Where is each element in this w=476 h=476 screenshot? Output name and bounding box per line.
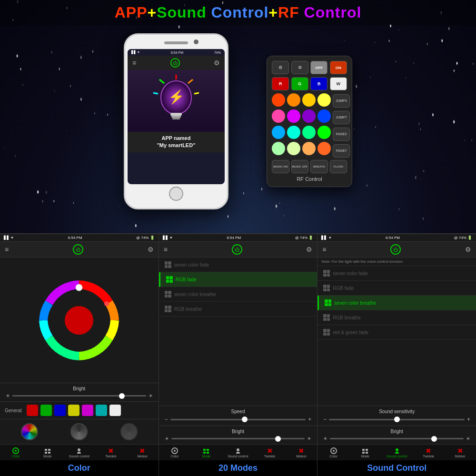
sound-sensitivity-row: Sound sensitivity − +	[317, 406, 476, 426]
sound-brightness-track[interactable]	[330, 438, 464, 439]
phone-home-button[interactable]	[169, 187, 183, 201]
remote-music-off[interactable]: MUSIC OFF	[291, 160, 309, 173]
remote-off[interactable]: OFF	[310, 61, 327, 74]
color-power-btn[interactable]: ⏻	[73, 244, 83, 255]
sound-mode-seven-breathe[interactable]: seven color breathe	[317, 296, 476, 310]
color-gear-icon[interactable]: ⚙	[148, 246, 154, 253]
color-menu-icon[interactable]: ≡	[5, 246, 9, 253]
color-dot-pink[interactable]	[272, 109, 285, 123]
title-space	[207, 4, 211, 21]
remote-settings2[interactable]: ⚙	[291, 61, 308, 74]
nav-mode-twinkle[interactable]: ✖ Twinkle	[254, 445, 286, 460]
nav-color-twinkle[interactable]: ✖ Twinkle	[95, 445, 127, 460]
remote-fade7[interactable]: FADE7	[333, 144, 350, 158]
mode-item-rgb-breathe[interactable]: RGB breathe	[159, 302, 317, 317]
nav-mode-sound[interactable]: Sound control	[222, 445, 254, 460]
remote-flash[interactable]: FLASH	[330, 160, 347, 173]
remote-on[interactable]: ON	[330, 61, 347, 74]
sound-gear-icon[interactable]: ⚙	[465, 246, 471, 253]
mode-menu-icon[interactable]: ≡	[164, 246, 168, 253]
color-wheel-svg[interactable]	[39, 280, 119, 361]
color-dot-cyan[interactable]	[287, 126, 300, 139]
color-dot-peach[interactable]	[302, 142, 316, 155]
remote-breath[interactable]: BREATH	[310, 160, 328, 173]
phone-app-bar: ≡ ⏻ ⚙	[128, 56, 225, 70]
sound-twinkle-x: ✖	[426, 447, 431, 455]
nav-color-meteor[interactable]: ✖ Meteor	[127, 445, 159, 460]
mode-brightness-thumb[interactable]	[275, 436, 281, 442]
nav-color-mode[interactable]: Mode	[32, 445, 64, 460]
sound-mode-rgb-breathe[interactable]: RGB breathe	[317, 310, 476, 325]
nav-sound-meteor[interactable]: ✖ Meteor	[444, 445, 476, 460]
color-dot-orange-red[interactable]	[272, 93, 285, 107]
nav-sound-twinkle[interactable]: ✖ Twinkle	[413, 445, 445, 460]
remote-white[interactable]: W	[330, 77, 347, 90]
swatch-cyan[interactable]	[96, 405, 107, 416]
color-dot-violet[interactable]	[287, 109, 300, 123]
remote-settings1[interactable]: ⚙	[272, 61, 289, 74]
color-nav-icon	[12, 447, 20, 455]
mode-speed-thumb[interactable]	[242, 416, 248, 422]
swatch-red[interactable]	[27, 405, 38, 416]
color-brightness-thumb[interactable]	[119, 393, 125, 399]
sound-sensitivity-track[interactable]	[329, 419, 465, 420]
nav-color-color[interactable]: Color	[0, 445, 32, 460]
sound-menu-icon[interactable]: ≡	[322, 246, 326, 253]
remote-red[interactable]: R	[272, 77, 289, 90]
nav-mode-mode[interactable]: Mode	[190, 445, 222, 460]
remote-music-on[interactable]: MUSIC ON	[272, 160, 289, 173]
swatch-yellow[interactable]	[68, 405, 79, 416]
nav-color-sound[interactable]: Sound control	[63, 445, 95, 460]
mode-item-seven-fade[interactable]: seven color fade	[159, 258, 317, 272]
sound-power-btn[interactable]: ⏻	[390, 244, 401, 255]
color-dot-purple[interactable]	[302, 109, 316, 123]
swatch-blue[interactable]	[54, 405, 66, 416]
nav-sound-mode[interactable]: Mode	[349, 445, 381, 460]
swatch-white[interactable]	[109, 405, 121, 416]
remote-jump7[interactable]: JUMP7	[333, 111, 350, 124]
color-dot-yellow[interactable]	[317, 93, 331, 107]
color-dot-light-green[interactable]	[272, 142, 285, 155]
sound-mode-red-green-fade[interactable]: red & green fade	[317, 325, 476, 340]
color-dot-green[interactable]	[317, 126, 331, 139]
phone-power-button[interactable]: ⏻	[170, 58, 180, 68]
mode-brightness-high: ☀	[307, 436, 311, 441]
color-dot-coral[interactable]	[317, 142, 331, 155]
nav-sound-sound[interactable]: Sound control	[381, 445, 413, 460]
sensitivity-minus-icon[interactable]: −	[323, 416, 327, 423]
mode-speed-track[interactable]	[170, 419, 306, 420]
sound-sensitivity-thumb[interactable]	[394, 416, 400, 422]
mode-power-btn[interactable]: ⏻	[232, 244, 242, 255]
nav-mode-meteor[interactable]: ✖ Meteor	[286, 445, 317, 460]
color-dot-orange[interactable]	[287, 93, 300, 107]
speed-plus-icon[interactable]: +	[308, 416, 311, 423]
color-brightness-track[interactable]	[12, 395, 146, 397]
color-dot-mint[interactable]	[302, 126, 316, 139]
remote-green[interactable]: G	[291, 77, 308, 90]
nav-sound-color[interactable]: Color	[317, 445, 349, 460]
color-dot-blue[interactable]	[317, 109, 331, 123]
sound-mode-rgb-fade[interactable]: RGB fade	[317, 281, 476, 296]
remote-jump3[interactable]: JUMP3	[333, 94, 350, 108]
remote-fade3[interactable]: FADE3	[333, 128, 350, 141]
color-dot-yellow-green[interactable]	[287, 142, 300, 155]
nav-meteor-label: Meteor	[137, 455, 148, 458]
color-dot-sky[interactable]	[272, 126, 285, 139]
mode-item-rgb-fade[interactable]: RGB fade	[159, 272, 317, 287]
swatch-magenta[interactable]	[82, 405, 93, 416]
color-dot-amber[interactable]	[302, 93, 316, 107]
nav-mode-color[interactable]: Color	[159, 445, 191, 460]
preset-gray[interactable]	[120, 423, 138, 440]
speed-minus-icon[interactable]: −	[165, 416, 168, 423]
preset-mono[interactable]	[70, 423, 88, 440]
caption-line2: "My smartLED"	[130, 142, 222, 149]
preset-rainbow[interactable]	[21, 423, 38, 440]
mode-item-seven-breathe[interactable]: seven color breathe	[159, 287, 317, 302]
sound-mode-seven-fade[interactable]: seven color fade	[317, 266, 476, 281]
mode-gear-icon[interactable]: ⚙	[306, 246, 312, 253]
swatch-green[interactable]	[40, 405, 52, 416]
remote-blue[interactable]: B	[310, 77, 327, 90]
sensitivity-plus-icon[interactable]: +	[467, 416, 470, 423]
sound-brightness-thumb[interactable]	[431, 436, 437, 442]
mode-brightness-track[interactable]	[171, 438, 305, 439]
